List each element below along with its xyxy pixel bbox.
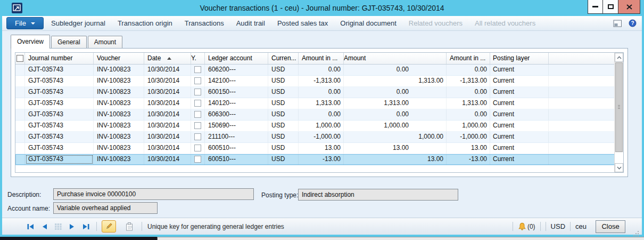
row-selector-cell[interactable] <box>15 98 25 109</box>
cell-ledger-account[interactable]: 140120--- <box>205 98 268 109</box>
menu-item-posted-sales-tax[interactable]: Posted sales tax <box>277 19 328 27</box>
cell-journal-number[interactable]: GJT-035743 <box>25 98 94 109</box>
cell-voucher[interactable]: INV-100823 <box>94 76 144 86</box>
vertical-scrollbar[interactable] <box>614 53 623 172</box>
cell-voucher[interactable]: INV-100823 <box>94 154 144 165</box>
cell-date[interactable]: 10/30/2014 <box>144 65 191 75</box>
cell-date[interactable]: 10/30/2014 <box>144 132 191 142</box>
cell-date[interactable]: 10/30/2014 <box>144 98 191 109</box>
grid-row[interactable]: GJT-035743INV-10082310/30/2014150690---U… <box>15 121 623 132</box>
cell-currency[interactable]: USD <box>268 132 299 142</box>
help-icon[interactable]: ? <box>628 19 637 28</box>
row-selector-cell[interactable] <box>15 154 25 165</box>
column-header-curren[interactable]: Curren... <box>268 53 299 64</box>
column-header-ledger-account[interactable]: Ledger account <box>205 53 268 64</box>
menu-item-transaction-origin[interactable]: Transaction origin <box>118 19 172 27</box>
column-header-voucher[interactable]: Voucher <box>94 53 144 64</box>
y-checkbox[interactable] <box>194 66 201 73</box>
cell-date[interactable]: 10/30/2014 <box>144 143 191 154</box>
row-selector-cell[interactable] <box>15 121 25 131</box>
cell-amount-in-transaction[interactable]: -1,000.00 <box>299 132 344 142</box>
cell-currency[interactable]: USD <box>268 121 299 131</box>
first-record-button[interactable] <box>27 223 34 230</box>
column-header-amount-in[interactable]: Amount in ... <box>447 53 490 64</box>
layout-panel-icon[interactable] <box>613 20 622 27</box>
scrollbar-thumb[interactable] <box>615 62 623 152</box>
title-bar[interactable]: Voucher transactions (1 - ceu) - Journal… <box>0 0 644 16</box>
next-record-button[interactable] <box>69 223 75 230</box>
cell-voucher[interactable]: INV-100823 <box>94 98 144 109</box>
cell-date[interactable]: 10/30/2014 <box>144 121 191 131</box>
select-all-header-cell[interactable] <box>15 53 25 64</box>
cell-ledger-account[interactable]: 606200--- <box>205 65 268 75</box>
column-header-amount-in[interactable]: Amount in ... <box>299 53 344 64</box>
y-checkbox[interactable] <box>194 156 201 163</box>
cell-posting-layer[interactable]: Current <box>490 154 549 165</box>
y-checkbox[interactable] <box>194 133 201 140</box>
cell-amount[interactable]: 1,313.00 <box>344 76 447 86</box>
cell-amount-in-reporting[interactable]: -13.00 <box>447 154 490 165</box>
notifications-button[interactable]: (0) <box>518 222 535 231</box>
menu-item-original-document[interactable]: Original document <box>340 19 397 27</box>
cell-amount-in-transaction[interactable]: 1,000.00 <box>299 121 344 131</box>
cell-amount-in-transaction[interactable]: 0.00 <box>299 87 344 98</box>
cell-amount[interactable]: 1,000.00 <box>344 121 447 131</box>
grid-row[interactable]: GJT-035743INV-10082310/30/2014600510---U… <box>15 143 623 154</box>
cell-amount[interactable]: 13.00 <box>344 154 447 165</box>
cell-posting-layer[interactable]: Current <box>490 143 549 154</box>
scroll-down-button[interactable] <box>615 163 623 172</box>
cell-amount-in-transaction[interactable]: 1,313.00 <box>299 98 344 109</box>
cell-ledger-account[interactable]: 600510--- <box>205 143 268 154</box>
y-checkbox[interactable] <box>194 122 201 129</box>
cell-amount-in-transaction[interactable]: -13.00 <box>299 154 344 165</box>
row-selector-cell[interactable] <box>15 76 25 86</box>
cell-ledger-account[interactable]: 142100--- <box>205 76 268 86</box>
cell-amount-in-transaction[interactable]: 0.00 <box>299 109 344 120</box>
cell-date[interactable]: 10/30/2014 <box>144 109 191 120</box>
maximize-button[interactable] <box>602 0 618 14</box>
cell-amount-in-reporting[interactable]: 0.00 <box>447 87 490 98</box>
cell-voucher[interactable]: INV-100823 <box>94 121 144 131</box>
row-selector-cell[interactable] <box>15 132 25 142</box>
cell-journal-number[interactable]: GJT-035743 <box>25 154 94 165</box>
cell-date[interactable]: 10/30/2014 <box>144 87 191 98</box>
edit-mode-button[interactable] <box>102 220 116 233</box>
grid-row[interactable]: GJT-035743INV-10082310/30/2014606200---U… <box>15 65 623 76</box>
cell-amount-in-reporting[interactable]: 1,000.00 <box>447 121 490 131</box>
row-selector-cell[interactable] <box>15 143 25 154</box>
cell-journal-number[interactable]: GJT-035743 <box>25 65 94 75</box>
cell-journal-number[interactable]: GJT-035743 <box>25 109 94 120</box>
cell-ledger-account[interactable]: 606300--- <box>205 109 268 120</box>
menu-item-audit-trail[interactable]: Audit trail <box>236 19 265 27</box>
row-selector-cell[interactable] <box>15 87 25 98</box>
cell-amount-in-reporting[interactable]: -1,313.00 <box>447 76 490 86</box>
cell-y[interactable] <box>191 154 205 165</box>
cell-ledger-account[interactable]: 600510--- <box>205 154 268 165</box>
cell-amount-in-reporting[interactable]: 0.00 <box>447 65 490 75</box>
cell-amount-in-transaction[interactable]: -1,313.00 <box>299 76 344 86</box>
last-record-button[interactable] <box>82 223 89 230</box>
cell-journal-number[interactable]: GJT-035743 <box>25 76 94 86</box>
cell-voucher[interactable]: INV-100823 <box>94 87 144 98</box>
cell-amount-in-reporting[interactable]: 1,313.00 <box>447 98 490 109</box>
y-checkbox[interactable] <box>194 77 201 84</box>
cell-y[interactable] <box>191 109 205 120</box>
cell-y[interactable] <box>191 132 205 142</box>
y-checkbox[interactable] <box>194 89 201 95</box>
cell-ledger-account[interactable]: 150690--- <box>205 121 268 131</box>
description-field[interactable]: Purchase invoice 00000100 <box>53 188 254 200</box>
column-header-posting-layer[interactable]: Posting layer <box>490 53 549 64</box>
cell-voucher[interactable]: INV-100823 <box>94 109 144 120</box>
cell-currency[interactable]: USD <box>268 98 299 109</box>
resize-grip[interactable] <box>638 231 639 232</box>
cell-voucher[interactable]: INV-100823 <box>94 65 144 75</box>
tab-amount[interactable]: Amount <box>88 36 122 48</box>
cell-voucher[interactable]: INV-100823 <box>94 143 144 154</box>
paste-button[interactable] <box>126 222 133 231</box>
cell-date[interactable]: 10/30/2014 <box>144 154 191 165</box>
cell-voucher[interactable]: INV-100823 <box>94 132 144 142</box>
cell-currency[interactable]: USD <box>268 76 299 86</box>
cell-y[interactable] <box>191 121 205 131</box>
cell-posting-layer[interactable]: Current <box>490 121 549 131</box>
account-name-field[interactable]: Variable overhead applied <box>53 202 158 214</box>
